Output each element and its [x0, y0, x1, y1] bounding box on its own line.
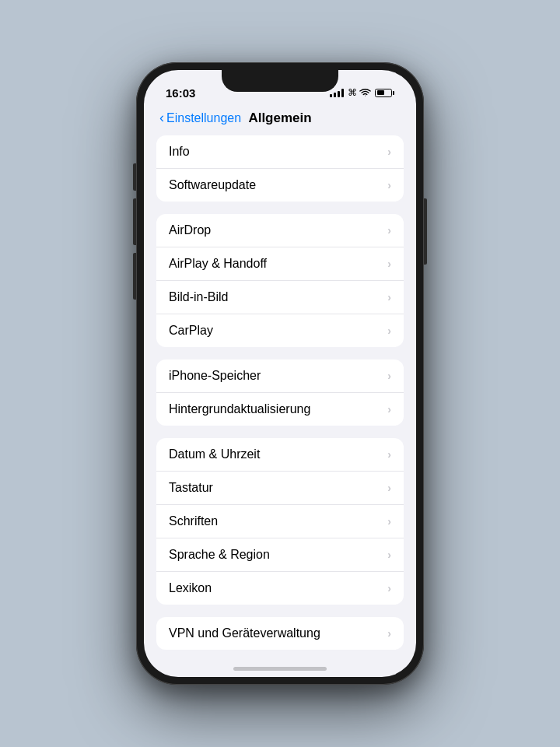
power-button[interactable] — [424, 198, 427, 265]
page-title: Allgemein — [248, 110, 311, 126]
battery-icon — [375, 89, 394, 97]
settings-item-info[interactable]: Info› — [156, 135, 404, 169]
settings-item-bild-in-bild[interactable]: Bild-in-Bild› — [156, 281, 404, 314]
settings-label-lexikon: Lexikon — [169, 581, 212, 595]
volume-down-button[interactable] — [133, 253, 136, 300]
wifi-icon: ⌘ — [348, 87, 371, 98]
volume-up-button[interactable] — [133, 198, 136, 245]
settings-item-carplay[interactable]: CarPlay› — [156, 314, 404, 347]
chevron-right-icon: › — [387, 627, 391, 640]
settings-label-bild-in-bild: Bild-in-Bild — [169, 290, 228, 304]
chevron-right-icon: › — [387, 258, 391, 270]
settings-item-tastatur[interactable]: Tastatur› — [156, 472, 404, 505]
chevron-right-icon: › — [387, 146, 391, 158]
settings-label-info: Info — [169, 145, 190, 159]
chevron-right-icon: › — [387, 224, 391, 237]
chevron-right-icon: › — [387, 291, 391, 303]
notch — [222, 70, 338, 92]
chevron-right-icon: › — [387, 582, 391, 594]
settings-group-group-info: Info›Softwareupdate› — [156, 135, 404, 202]
chevron-right-icon: › — [387, 370, 391, 382]
settings-label-vpn: VPN und Geräteverwaltung — [169, 626, 320, 640]
settings-label-carplay: CarPlay — [169, 324, 213, 338]
settings-label-airdrop: AirDrop — [169, 223, 211, 237]
settings-item-lexikon[interactable]: Lexikon› — [156, 572, 404, 605]
phone-screen: 16:03 ⌘ — [144, 70, 416, 677]
settings-content: Info›Softwareupdate›AirDrop›AirPlay & Ha… — [144, 135, 416, 665]
settings-label-iphone-speicher: iPhone-Speicher — [169, 369, 261, 383]
status-icons: ⌘ — [330, 87, 394, 98]
chevron-right-icon: › — [387, 448, 391, 461]
chevron-right-icon: › — [387, 515, 391, 528]
settings-item-airdrop[interactable]: AirDrop› — [156, 214, 404, 247]
settings-item-datum-uhrzeit[interactable]: Datum & Uhrzeit› — [156, 438, 404, 472]
settings-item-schriften[interactable]: Schriften› — [156, 505, 404, 538]
chevron-right-icon: › — [387, 179, 391, 191]
back-chevron-icon: ‹ — [159, 110, 164, 126]
phone-device: 16:03 ⌘ — [136, 62, 424, 685]
back-label: Einstellungen — [166, 111, 241, 125]
settings-label-sprache-region: Sprache & Region — [169, 548, 270, 562]
settings-item-softwareupdate[interactable]: Softwareupdate› — [156, 169, 404, 202]
chevron-right-icon: › — [387, 324, 391, 337]
chevron-right-icon: › — [387, 482, 391, 494]
status-time: 16:03 — [166, 86, 195, 100]
chevron-right-icon: › — [387, 549, 391, 561]
chevron-right-icon: › — [387, 403, 391, 416]
home-indicator — [233, 667, 327, 671]
settings-label-hintergrundaktualisierung: Hintergrundaktualisierung — [169, 402, 310, 416]
settings-group-group-storage: iPhone-Speicher›Hintergrundaktualisierun… — [156, 359, 404, 426]
settings-label-softwareupdate: Softwareupdate — [169, 178, 256, 192]
settings-item-airplay-handoff[interactable]: AirPlay & Handoff› — [156, 247, 404, 281]
settings-label-datum-uhrzeit: Datum & Uhrzeit — [169, 447, 260, 461]
settings-item-hintergrundaktualisierung[interactable]: Hintergrundaktualisierung› — [156, 393, 404, 426]
settings-group-group-connectivity: AirDrop›AirPlay & Handoff›Bild-in-Bild›C… — [156, 214, 404, 347]
settings-label-tastatur: Tastatur — [169, 481, 213, 495]
nav-bar: ‹ Einstellungen Allgemein — [144, 104, 416, 135]
signal-icon — [330, 89, 344, 97]
settings-item-iphone-speicher[interactable]: iPhone-Speicher› — [156, 359, 404, 393]
settings-label-airplay-handoff: AirPlay & Handoff — [169, 257, 267, 271]
settings-item-vpn[interactable]: VPN und Geräteverwaltung› — [156, 617, 404, 650]
back-button[interactable]: ‹ Einstellungen — [159, 110, 241, 126]
settings-item-sprache-region[interactable]: Sprache & Region› — [156, 538, 404, 572]
settings-group-group-vpn: VPN und Geräteverwaltung› — [156, 617, 404, 650]
settings-label-schriften: Schriften — [169, 514, 218, 528]
settings-group-group-general: Datum & Uhrzeit›Tastatur›Schriften›Sprac… — [156, 438, 404, 605]
